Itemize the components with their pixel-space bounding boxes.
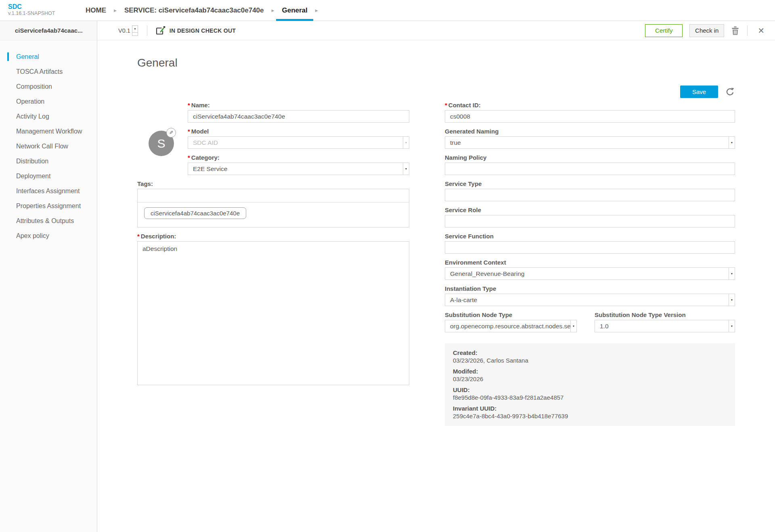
tags-input[interactable] [138,189,409,202]
breadcrumb-caret-icon: ▶ [315,8,318,13]
generated-naming-select[interactable]: true ▼ [445,136,735,149]
chevron-down-icon: ▼ [729,137,735,148]
contact-id-field: *Contact ID: [445,102,735,123]
name-field: *Name: [188,102,409,123]
save-button[interactable]: Save [680,86,718,98]
required-asterisk: * [188,128,190,135]
form-left-column: S ✎ *Name: *Model SDC AID ▼ *Category: E… [137,102,409,392]
sidebar-item-apex-policy[interactable]: Apex policy [0,228,97,243]
chevron-down-icon: ▼ [729,294,735,306]
checkin-button[interactable]: Check in [689,24,724,37]
chevron-down-icon: ▼ [403,163,409,175]
name-label: *Name: [188,102,409,108]
invariant-uuid-value: 259c4e7a-8bc4-43a0-9973-b4b418e77639 [453,413,727,420]
substitution-row: Substitution Node Type org.openecomp.res… [445,311,735,338]
breadcrumb-home[interactable]: HOME [83,6,109,15]
service-role-input[interactable] [445,215,735,227]
service-type-input[interactable] [445,189,735,201]
required-asterisk: * [188,102,190,108]
sdc-logo[interactable]: SDC v.1.16.1-SNAPSHOT [8,3,55,17]
required-asterisk: * [137,233,140,240]
sidebar-item-general[interactable]: General [0,49,97,64]
logo-version: v.1.16.1-SNAPSHOT [8,10,55,17]
version-label: V0.1 [118,27,130,34]
service-function-field: Service Function [445,233,735,254]
service-type-field: Service Type [445,180,735,201]
category-label: *Category: [188,154,409,161]
version-caret-icon[interactable]: ▼ [132,25,138,36]
sidebar-item-management-workflow[interactable]: Management Workflow [0,124,97,139]
modified-label: Modifed: [453,368,727,376]
service-role-field: Service Role [445,207,735,227]
sidebar-item-distribution[interactable]: Distribution [0,154,97,169]
description-label: *Description: [137,233,409,240]
contact-id-label: *Contact ID: [445,102,735,108]
toolbar-actions: Certify Check in ✕ [645,24,767,37]
required-asterisk: * [188,154,190,161]
sidebar-item-attributes-outputs[interactable]: Attributes & Outputs [0,213,97,228]
lifecycle-status-text: IN DESIGN CHECK OUT [170,27,236,34]
sidebar-item-deployment[interactable]: Deployment [0,169,97,184]
sidebar-item-composition[interactable]: Composition [0,79,97,94]
tag-chip[interactable]: ciServicefa4ab74caac3ac0e740e [144,207,246,219]
toolbar-divider [747,25,748,36]
checkout-icon [155,26,165,35]
created-label: Created: [453,349,727,357]
naming-policy-field: Naming Policy [445,154,735,175]
sidebar-item-properties-assignment[interactable]: Properties Assignment [0,198,97,213]
chevron-down-icon: ▼ [729,320,735,332]
service-function-input[interactable] [445,241,735,254]
instantiation-type-label: Instantiation Type [445,285,735,292]
category-field: *Category: E2E Service ▼ [188,154,409,175]
breadcrumb-service[interactable]: SERVICE: ciServicefa4ab74caac3ac0e740e [122,6,266,15]
sidebar-item-interfaces-assignment[interactable]: Interfaces Assignment [0,184,97,198]
uuid-value: f8e95d8e-09fa-4933-83a9-f281a2ae4857 [453,394,727,402]
required-asterisk: * [445,102,447,108]
generated-naming-field: Generated Naming true ▼ [445,128,735,149]
sidebar-item-activity-log[interactable]: Activity Log [0,109,97,124]
tags-label: Tags: [137,180,409,187]
chevron-down-icon: ▼ [729,268,735,280]
tags-field: Tags: ciServicefa4ab74caac3ac0e740e [137,180,409,227]
sidebar: General TOSCA Artifacts Composition Oper… [0,40,97,532]
description-textarea[interactable]: aDescription [137,241,409,385]
substitution-node-type-field: Substitution Node Type org.openecomp.res… [445,311,577,332]
certify-button[interactable]: Certify [645,24,683,37]
substitution-node-type-version-field: Substitution Node Type Version 1.0 ▼ [595,311,735,332]
tags-container: ciServicefa4ab74caac3ac0e740e [137,189,409,227]
substitution-node-type-version-select[interactable]: 1.0 ▼ [595,320,735,332]
name-input[interactable] [188,110,409,123]
chevron-down-icon: ▼ [403,137,409,148]
form-right-column: *Contact ID: Generated Naming true ▼ Nam… [445,102,735,426]
entity-title: ciServicefa4ab74caac... [0,27,83,34]
instantiation-type-select[interactable]: A-la-carte ▼ [445,294,735,306]
version-select[interactable]: V0.1 ▼ [118,25,138,36]
sidebar-item-network-call-flow[interactable]: Network Call Flow [0,139,97,154]
close-icon[interactable]: ✕ [755,26,767,35]
sidebar-item-operation[interactable]: Operation [0,94,97,109]
service-avatar[interactable]: S ✎ [149,131,174,156]
invariant-uuid-label: Invariant UUID: [453,405,727,413]
lifecycle-status: IN DESIGN CHECK OUT [155,26,236,35]
refresh-icon[interactable] [725,87,735,97]
sidebar-item-tosca-artifacts[interactable]: TOSCA Artifacts [0,64,97,79]
top-header: SDC v.1.16.1-SNAPSHOT HOME ▶ SERVICE: ci… [0,0,775,21]
model-select: SDC AID ▼ [188,136,409,149]
avatar-letter: S [157,137,165,150]
generated-naming-label: Generated Naming [445,128,735,135]
contact-id-input[interactable] [445,110,735,123]
model-field: *Model SDC AID ▼ [188,128,409,149]
main-content: General Save S ✎ *Name: *Model [97,40,775,532]
category-select[interactable]: E2E Service ▼ [188,163,409,175]
environment-context-select[interactable]: General_Revenue-Bearing ▼ [445,267,735,280]
sdc-app: SDC v.1.16.1-SNAPSHOT HOME ▶ SERVICE: ci… [0,0,775,532]
delete-icon[interactable] [731,26,739,35]
save-row: Save [680,86,735,98]
model-label: *Model [188,128,409,135]
edit-avatar-icon[interactable]: ✎ [166,128,176,138]
breadcrumb-general[interactable]: General [279,0,310,21]
naming-policy-input[interactable] [445,163,735,175]
created-value: 03/23/2026, Carlos Santana [453,357,727,365]
substitution-node-type-select[interactable]: org.openecomp.resource.abstract.nodes.se… [445,320,577,332]
environment-context-label: Environment Context [445,259,735,266]
